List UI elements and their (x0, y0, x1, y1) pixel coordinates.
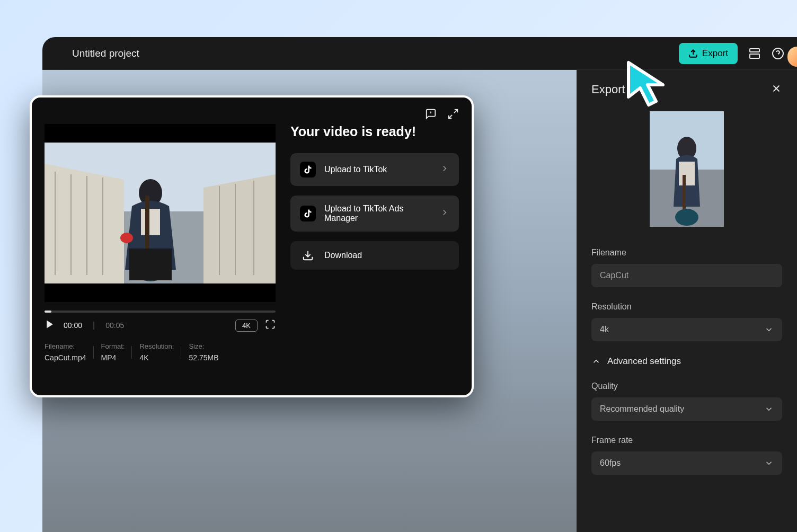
help-icon[interactable] (772, 47, 784, 60)
svg-line-15 (454, 110, 457, 113)
seek-progress (45, 311, 51, 313)
expand-icon[interactable] (447, 108, 459, 120)
project-title: Untitled project (72, 48, 139, 59)
upload-icon (688, 49, 698, 58)
svg-rect-10 (679, 162, 695, 185)
quality-label: Quality (591, 382, 782, 391)
info-filename-label: Filename: (45, 342, 86, 350)
chevron-down-icon (764, 404, 774, 414)
resolution-label: Resolution (591, 302, 782, 312)
play-button[interactable] (45, 319, 55, 332)
svg-point-33 (120, 233, 133, 243)
advanced-settings-toggle[interactable]: Advanced settings (591, 356, 782, 367)
svg-marker-34 (47, 321, 53, 329)
info-filename-value: CapCut.mp4 (45, 353, 86, 362)
svg-point-12 (675, 209, 698, 226)
export-panel-title: Export (591, 83, 625, 96)
upload-tiktok-ads-button[interactable]: Upload to TikTok Ads Manager (290, 196, 459, 232)
info-size-label: Size: (189, 342, 218, 350)
panel-layout-icon[interactable] (748, 47, 761, 60)
duration-time: 00:05 (105, 321, 124, 330)
chevron-up-icon (591, 357, 601, 366)
resolution-select[interactable]: 4k (591, 318, 782, 341)
video-thumbnail (650, 111, 724, 227)
svg-rect-1 (750, 49, 759, 52)
svg-rect-29 (141, 209, 160, 235)
export-panel: Export Filename Resolution (577, 70, 797, 532)
fullscreen-icon[interactable] (265, 319, 276, 332)
tiktok-ads-icon (300, 206, 316, 221)
framerate-label: Frame rate (591, 436, 782, 445)
filename-label: Filename (591, 248, 782, 258)
chevron-down-icon (764, 458, 774, 468)
export-button[interactable]: Export (679, 43, 738, 64)
app-header: Untitled project Export (42, 37, 797, 70)
seek-bar[interactable] (45, 311, 276, 313)
ready-title: Your video is ready! (290, 124, 459, 139)
tiktok-icon (300, 162, 316, 178)
svg-marker-19 (45, 164, 124, 283)
chevron-right-icon (440, 208, 449, 219)
video-preview[interactable] (45, 124, 276, 302)
resolution-badge: 4K (235, 320, 258, 332)
quality-select[interactable]: Recommended quality (591, 397, 782, 421)
svg-rect-2 (750, 54, 759, 58)
close-icon[interactable] (771, 83, 782, 96)
info-format-value: MP4 (101, 353, 125, 362)
upload-tiktok-button[interactable]: Upload to TikTok (290, 153, 459, 186)
filename-input[interactable] (591, 264, 782, 287)
svg-marker-20 (203, 174, 276, 283)
download-icon (300, 250, 316, 261)
info-resolution-label: Resolution: (139, 342, 174, 350)
svg-line-16 (449, 115, 452, 118)
info-resolution-value: 4K (139, 353, 174, 362)
svg-rect-32 (129, 249, 172, 280)
download-button[interactable]: Download (290, 241, 459, 270)
info-format-label: Format: (101, 342, 125, 350)
chevron-right-icon (440, 164, 449, 175)
framerate-select[interactable]: 60fps (591, 451, 782, 475)
feedback-icon[interactable] (425, 108, 437, 120)
export-ready-dialog: 00:00 | 00:05 4K Filename: CapCut.mp4 (30, 95, 474, 397)
file-info-row: Filename: CapCut.mp4 Format: MP4 Resolut… (45, 342, 276, 362)
chevron-down-icon (764, 325, 774, 334)
current-time: 00:00 (64, 321, 82, 330)
info-size-value: 52.75MB (189, 353, 218, 362)
